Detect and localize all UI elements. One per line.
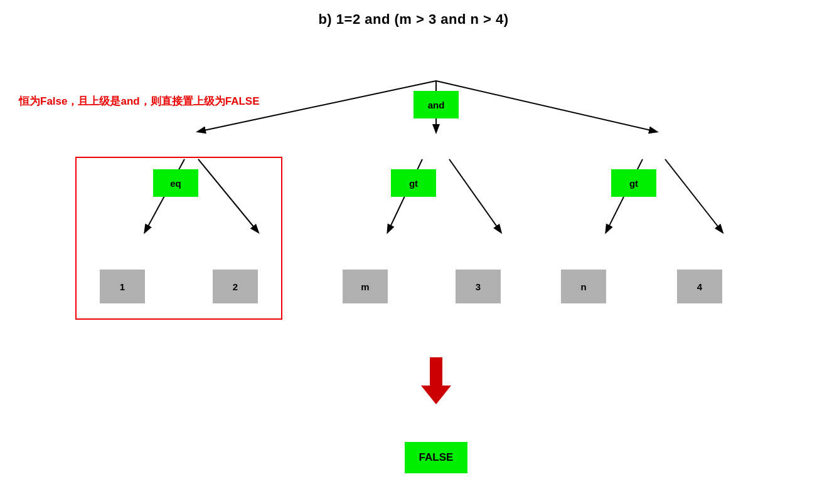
highlight-box-eq <box>75 157 282 320</box>
svg-marker-9 <box>421 357 451 404</box>
node-leaf-m: m <box>343 270 388 303</box>
tree-area: and eq gt gt 1 2 m 3 n 4 <box>0 38 827 389</box>
page-title: b) 1=2 and (m > 3 and n > 4) <box>0 0 827 28</box>
node-gt2: gt <box>611 169 656 197</box>
node-leaf-4: 4 <box>677 270 722 303</box>
node-leaf-3: 3 <box>456 270 501 303</box>
result-arrow <box>414 357 459 410</box>
node-root-and: and <box>414 91 459 118</box>
down-arrow-svg <box>414 357 459 407</box>
node-leaf-n: n <box>561 270 606 303</box>
node-gt1: gt <box>391 169 436 197</box>
result-false-node: FALSE <box>405 442 467 473</box>
